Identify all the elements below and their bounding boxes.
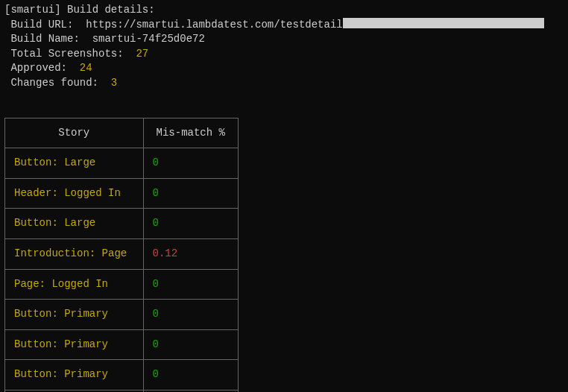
table-row: Page: Logged In0 — [5, 269, 239, 300]
mismatch-cell: 0 — [143, 178, 238, 209]
story-cell: Introduction: Page — [5, 238, 144, 269]
changes-found-line: Changes found: 3 — [4, 76, 564, 91]
redacted-url-segment — [343, 18, 544, 28]
story-cell: Page: Logged In — [5, 269, 144, 300]
mismatch-table: Story Mis-match % Button: Large0Header: … — [4, 118, 239, 392]
table-row: Header: Logged In0 — [5, 178, 239, 209]
col-header-mismatch: Mis-match % — [143, 118, 238, 148]
story-cell: Header: Logged In — [5, 178, 144, 209]
mismatch-cell: 0 — [143, 269, 238, 300]
mismatch-cell: 0 — [143, 148, 238, 179]
mismatch-cell: 0 — [143, 300, 238, 330]
mismatch-cell: 0 — [143, 329, 238, 360]
table-row: Button: Primary0 — [5, 329, 239, 360]
table-row: Button: Large0 — [5, 209, 239, 239]
col-header-story: Story — [5, 118, 144, 148]
build-url-line: Build URL: https://smartui.lambdatest.co… — [4, 18, 564, 33]
total-screenshots-line: Total Screenshots: 27 — [4, 47, 564, 62]
approved-line: Approved: 24 — [4, 61, 564, 76]
story-cell: Button: Large — [5, 148, 144, 179]
terminal-output: [smartui] Build details: Build URL: http… — [4, 3, 564, 91]
build-name-line: Build Name: smartui-74f25d0e72 — [4, 32, 564, 47]
story-cell: Button: Primary — [5, 329, 144, 360]
story-cell: Button: Primary — [5, 360, 144, 391]
table-row: Button: Primary0 — [5, 300, 239, 330]
mismatch-cell: 0 — [143, 360, 238, 391]
mismatch-cell: 0 — [143, 209, 238, 239]
story-cell: Button: Primary — [5, 300, 144, 330]
table-row: Button: Large0 — [5, 148, 239, 179]
table-header-row: Story Mis-match % — [5, 118, 239, 148]
table-row: Button: Primary0 — [5, 360, 239, 391]
mismatch-cell: 0.12 — [143, 238, 238, 269]
build-details-header: [smartui] Build details: — [4, 3, 564, 18]
table-row: Introduction: Page0.12 — [5, 238, 239, 269]
story-cell: Button: Large — [5, 209, 144, 239]
